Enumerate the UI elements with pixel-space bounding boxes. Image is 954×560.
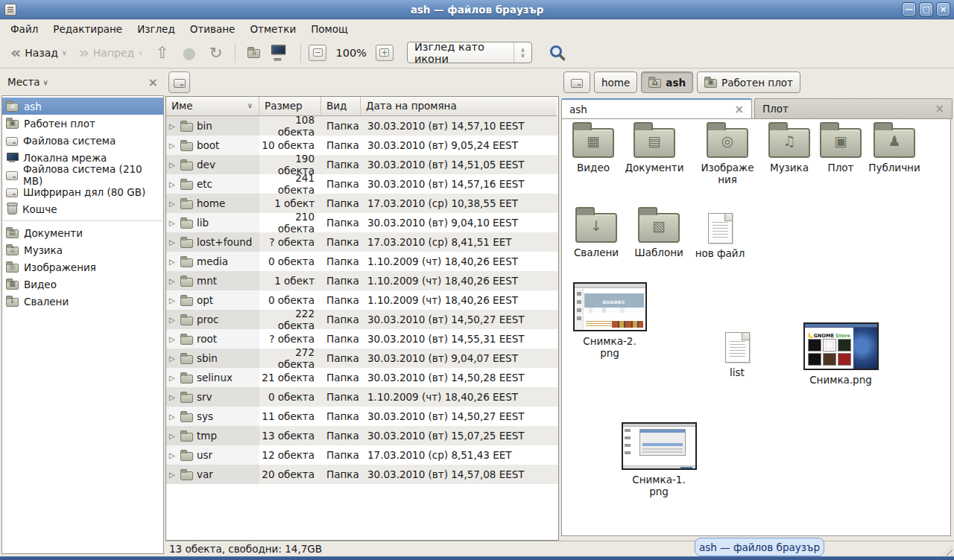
expander-icon[interactable]: ▷ — [169, 180, 177, 188]
tab-close-icon[interactable]: × — [935, 102, 944, 115]
expander-icon[interactable]: ▷ — [169, 471, 177, 479]
expander-icon[interactable]: ▷ — [169, 200, 177, 208]
icon-view[interactable]: Видео Документи Изображения Музика Плот … — [561, 118, 951, 536]
menu-изглед[interactable]: Изглед — [130, 22, 183, 36]
icon-item-шаблони[interactable]: Шаблони — [629, 213, 689, 258]
table-row[interactable]: ▷ mnt 1 обект Папка 1.10.2009 (чт) 18,40… — [166, 271, 558, 290]
icon-item-музика[interactable]: Музика — [757, 128, 821, 174]
column-header-type[interactable]: Вид — [321, 97, 361, 116]
expander-icon[interactable]: ▷ — [169, 316, 177, 324]
icon-item-свалени[interactable]: Свалени — [566, 213, 626, 258]
search-button[interactable] — [544, 42, 571, 63]
breadcrumb-home-button[interactable]: home — [594, 71, 637, 93]
sidebar-item-работен-плот[interactable]: Работен плот — [2, 115, 163, 132]
menu-редактиране[interactable]: Редактиране — [45, 22, 130, 36]
forward-button[interactable]: » Напред ∨ — [75, 42, 148, 63]
table-row[interactable]: ▷ bin 108 обекта Папка 30.03.2010 (вт) 1… — [166, 116, 558, 136]
view-mode-spinner[interactable]: ∧∨ — [514, 42, 531, 63]
table-row[interactable]: ▷ usr 12 обекта Папка 17.03.2010 (ср) 8,… — [166, 445, 558, 465]
expander-icon[interactable]: ▷ — [169, 393, 177, 401]
table-row[interactable]: ▷ root ? обекта Папка 30.03.2010 (вт) 14… — [166, 329, 558, 349]
breadcrumb-desktop-button[interactable]: Работен плот — [697, 71, 800, 93]
computer-button[interactable] — [268, 43, 293, 63]
icon-item-изображения[interactable]: Изображения — [699, 128, 756, 185]
sidebar-item-файлова-система[interactable]: Файлова система — [2, 132, 163, 149]
icon-item-публични[interactable]: Публични — [862, 128, 927, 174]
table-row[interactable]: ▷ etc 241 обекта Папка 30.03.2010 (вт) 1… — [166, 174, 558, 194]
zoom-out-button[interactable]: − — [309, 45, 326, 61]
expander-icon[interactable]: ▷ — [169, 141, 177, 150]
sidebar-item-файлова-система-210-mb-[interactable]: Файлова система (210 MB) — [2, 166, 163, 183]
sidebar-item-документи[interactable]: Документи — [2, 224, 163, 241]
up-icon[interactable]: ⇧ — [151, 45, 174, 61]
breadcrumb-ash-button[interactable]: ash — [641, 71, 693, 93]
icon-item-видео[interactable]: Видео — [563, 128, 623, 174]
maximize-button[interactable]: □ — [919, 2, 933, 16]
sidebar-item-шифриран-дял-80-gb-[interactable]: Шифриран дял (80 GB) — [2, 183, 163, 200]
view-mode-select[interactable]: Изглед като икони ∧∨ — [407, 42, 532, 63]
expander-icon[interactable]: ▷ — [169, 432, 177, 440]
column-header-name[interactable]: Име∨ — [166, 97, 259, 116]
table-row[interactable]: ▷ tmp 13 обекта Папка 30.03.2010 (вт) 15… — [166, 426, 558, 445]
icon-item-снимка-1-png[interactable]: Снимка-1.png — [620, 422, 698, 497]
icon-item-документи[interactable]: Документи — [622, 128, 687, 174]
close-button[interactable]: × — [936, 2, 950, 16]
expander-icon[interactable]: ▷ — [169, 413, 177, 421]
menu-отиване[interactable]: Отиване — [183, 22, 243, 36]
sidebar-item-свалени[interactable]: Свалени — [2, 293, 163, 310]
table-row[interactable]: ▷ sys 11 обекта Папка 30.03.2010 (вт) 14… — [166, 407, 558, 426]
sidebar-item-ash[interactable]: ash — [2, 98, 163, 115]
expander-icon[interactable]: ▷ — [169, 122, 177, 130]
breadcrumb-root-button[interactable] — [563, 71, 590, 93]
expander-icon[interactable]: ▷ — [169, 219, 177, 227]
icon-item-нов-файл[interactable]: нов файл — [690, 213, 750, 259]
expander-icon[interactable]: ▷ — [169, 277, 177, 285]
taskbar-window-button[interactable]: ash — файлов браузър — [695, 538, 824, 556]
table-row[interactable]: ▷ opt 0 обекта Папка 1.10.2009 (чт) 18,4… — [166, 290, 558, 310]
resize-grip[interactable] — [942, 545, 953, 556]
table-row[interactable]: ▷ lost+found ? обекта Папка 17.03.2010 (… — [166, 232, 558, 252]
sidebar-item-кошче[interactable]: Кошче — [2, 200, 163, 217]
places-selector[interactable]: Места — [7, 76, 40, 88]
expander-icon[interactable]: ▷ — [169, 238, 177, 246]
sidebar-close-icon[interactable]: × — [148, 75, 158, 89]
back-button[interactable]: « Назад ∨ — [6, 42, 72, 63]
table-row[interactable]: ▷ media 0 обекта Папка 1.10.2009 (чт) 18… — [166, 252, 558, 271]
column-header-date[interactable]: Дата на промяна — [361, 97, 557, 116]
table-row[interactable]: ▷ boot 10 обекта Папка 30.03.2010 (вт) 9… — [166, 136, 558, 155]
table-row[interactable]: ▷ dev 190 обекта Папка 30.03.2010 (вт) 1… — [166, 155, 558, 174]
table-row[interactable]: ▷ home 1 обект Папка 17.03.2010 (ср) 10,… — [166, 194, 558, 213]
tab-close-icon[interactable]: × — [734, 103, 744, 116]
table-row[interactable]: ▷ sbin 272 обекта Папка 30.03.2010 (вт) … — [166, 349, 558, 368]
tab-plot[interactable]: Плот × — [754, 98, 953, 119]
table-row[interactable]: ▷ var 20 обекта Папка 30.03.2010 (вт) 14… — [166, 465, 558, 484]
table-row[interactable]: ▷ srv 0 обекта Папка 1.10.2009 (чт) 18,4… — [166, 387, 558, 407]
titlebar[interactable]: ash — файлов браузър — □ × — [0, 0, 954, 19]
sidebar-item-музика[interactable]: Музика — [2, 241, 163, 258]
home-button[interactable] — [243, 44, 265, 61]
expander-icon[interactable]: ▷ — [169, 451, 177, 459]
expander-icon[interactable]: ▷ — [169, 296, 177, 305]
sidebar-item-изображения[interactable]: Изображения — [2, 258, 163, 276]
zoom-in-button[interactable]: + — [376, 45, 394, 61]
expander-icon[interactable]: ▷ — [169, 335, 177, 343]
menu-файл[interactable]: Файл — [3, 22, 45, 36]
root-path-button[interactable] — [168, 71, 190, 93]
table-row[interactable]: ▷ proc 222 обекта Папка 30.03.2010 (вт) … — [166, 310, 558, 329]
icon-item-плот[interactable]: Плот — [815, 128, 866, 174]
expander-icon[interactable]: ▷ — [169, 258, 177, 266]
table-row[interactable]: ▷ lib 210 обекта Папка 30.03.2010 (вт) 9… — [166, 213, 558, 232]
expander-icon[interactable]: ▷ — [169, 161, 177, 169]
menu-отметки[interactable]: Отметки — [242, 22, 303, 36]
back-dropdown-icon[interactable]: ∨ — [62, 49, 67, 57]
menu-помощ[interactable]: Помощ — [303, 22, 356, 36]
expander-icon[interactable]: ▷ — [169, 354, 177, 363]
expander-icon[interactable]: ▷ — [169, 374, 177, 382]
table-row[interactable]: ▷ selinux 21 обекта Папка 30.03.2010 (вт… — [166, 368, 558, 387]
column-header-size[interactable]: Размер — [259, 97, 321, 116]
minimize-button[interactable]: — — [902, 2, 916, 16]
icon-item-снимка-png[interactable]: 🦶GNOME Store Снимка.png — [802, 322, 879, 386]
icon-item-list[interactable]: list — [708, 332, 766, 378]
tab-ash[interactable]: ash × — [561, 98, 752, 119]
reload-icon[interactable]: ↻ — [204, 45, 228, 61]
